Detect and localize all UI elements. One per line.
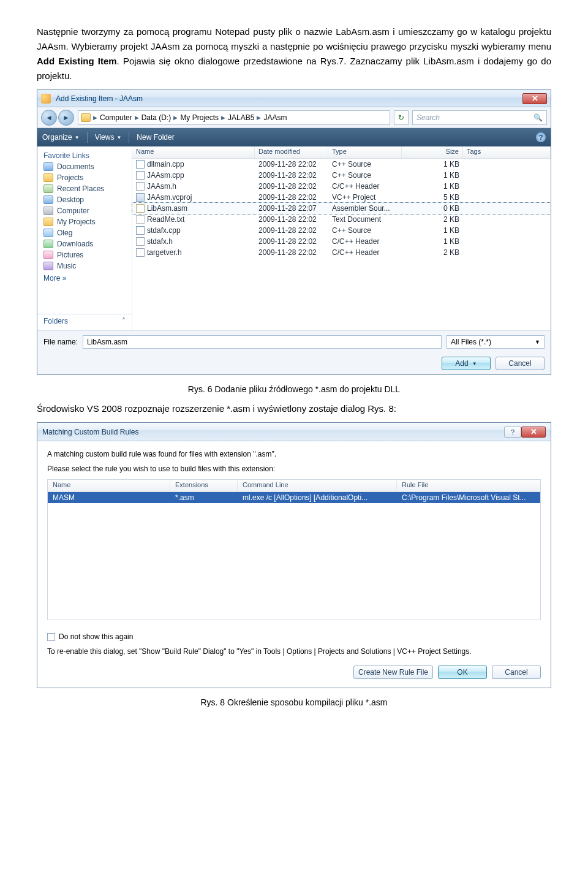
file-row[interactable]: dllmain.cpp2009-11-28 22:02C++ Source1 K… [132, 159, 551, 170]
forward-button[interactable]: ► [58, 110, 74, 126]
col-size[interactable]: Size [402, 146, 463, 158]
favorite-label: Desktop [57, 195, 84, 204]
favorite-link[interactable]: Music [37, 260, 132, 271]
file-type: Text Document [328, 214, 402, 225]
col-name[interactable]: Name [132, 146, 255, 158]
explorer-toolbar: Organize ▼ Views ▼ New Folder ? [37, 128, 551, 146]
file-icon [136, 248, 145, 257]
add-button[interactable]: Add ▼ [442, 357, 491, 370]
crumb-computer[interactable]: Computer [100, 113, 132, 122]
intro-paragraph: Następnie tworzymy za pomocą programu No… [37, 25, 551, 83]
new-folder-button[interactable]: New Folder [137, 133, 174, 142]
search-placeholder: Search [417, 113, 440, 122]
file-date: 2009-11-28 22:02 [255, 236, 328, 247]
refresh-button[interactable]: ↻ [394, 110, 409, 125]
file-type: C++ Source [328, 225, 402, 236]
newfolder-label: New Folder [137, 133, 174, 142]
info-line-2: Please select the rule you wish to use t… [47, 465, 541, 473]
file-date: 2009-11-28 22:02 [255, 159, 328, 170]
col-extensions[interactable]: Extensions [170, 480, 238, 491]
file-row[interactable]: JAAsm.cpp2009-11-28 22:02C++ Source1 KB [132, 170, 551, 181]
file-type: C++ Source [328, 170, 402, 181]
crumb-jaasm[interactable]: JAAsm [263, 113, 287, 122]
filename-input[interactable] [83, 335, 442, 349]
column-headers[interactable]: Name Date modified Type Size Tags [132, 146, 551, 159]
folders-label: Folders [43, 317, 68, 325]
para-2: Środowisko VS 2008 rozpoznaje rozszerzen… [37, 401, 551, 416]
crumb-jalab5[interactable]: JALAB5 [228, 113, 254, 122]
cancel-button[interactable]: Cancel [492, 666, 541, 679]
col-name[interactable]: Name [48, 480, 170, 491]
more-link[interactable]: More » [37, 271, 132, 283]
do-not-show-checkbox[interactable]: Do not show this again [47, 632, 541, 641]
titlebar[interactable]: Matching Custom Build Rules ? ✕ [37, 423, 551, 441]
help-button[interactable]: ? [504, 427, 521, 438]
cancel-button[interactable]: Cancel [496, 357, 545, 370]
col-rulefile[interactable]: Rule File [397, 480, 540, 491]
views-menu[interactable]: Views ▼ [95, 133, 122, 142]
favorite-icon [43, 173, 53, 182]
file-date: 2009-11-28 22:02 [255, 181, 328, 192]
favorite-link[interactable]: Pictures [37, 249, 132, 260]
file-name: JAAsm.h [147, 182, 176, 191]
favorite-link[interactable]: Computer [37, 205, 132, 216]
file-type: C/C++ Header [328, 236, 402, 247]
dialog-buttons: Create New Rule File OK Cancel [47, 666, 541, 679]
chevron-down-icon: ▼ [75, 135, 80, 140]
file-icon [136, 226, 145, 235]
favorite-label: Documents [57, 162, 94, 171]
breadcrumb[interactable]: ▶ Computer▶ Data (D:)▶ My Projects▶ JALA… [78, 110, 390, 125]
file-row[interactable]: ReadMe.txt2009-11-28 22:02Text Document2… [132, 214, 551, 225]
create-rule-button[interactable]: Create New Rule File [353, 666, 433, 679]
col-command[interactable]: Command Line [238, 480, 397, 491]
back-button[interactable]: ◄ [41, 110, 57, 126]
col-date[interactable]: Date modified [255, 146, 328, 158]
favorite-link[interactable]: My Projects [37, 216, 132, 227]
favorite-link[interactable]: Downloads [37, 238, 132, 249]
file-row[interactable]: stdafx.cpp2009-11-28 22:02C++ Source1 KB [132, 225, 551, 236]
crumb-myprojects[interactable]: My Projects [180, 113, 219, 122]
favorite-link[interactable]: Desktop [37, 194, 132, 205]
file-size: 1 KB [402, 159, 463, 170]
chevron-down-icon: ▼ [472, 361, 477, 366]
folders-toggle[interactable]: Folders ˄ [37, 314, 132, 328]
file-type: C/C++ Header [328, 181, 402, 192]
file-row[interactable]: stdafx.h2009-11-28 22:02C/C++ Header1 KB [132, 236, 551, 247]
favorite-link[interactable]: Oleg [37, 227, 132, 238]
file-row[interactable]: JAAsm.h2009-11-28 22:02C/C++ Header1 KB [132, 181, 551, 192]
favorite-link[interactable]: Recent Places [37, 183, 132, 194]
file-date: 2009-11-28 22:02 [255, 225, 328, 236]
titlebar[interactable]: Add Existing Item - JAAsm ✕ [37, 90, 551, 107]
filename-bar: File name: All Files (*.*) ▼ [37, 330, 551, 352]
file-icon [136, 237, 145, 246]
crumb-drive[interactable]: Data (D:) [141, 113, 172, 122]
dialog-buttons: Add ▼ Cancel [37, 352, 551, 374]
chevron-down-icon: ▼ [535, 339, 540, 345]
favorite-link[interactable]: Projects [37, 172, 132, 183]
add-existing-item-dialog: Add Existing Item - JAAsm ✕ ◄ ► ▶ Comput… [37, 89, 551, 375]
favorite-icon [43, 184, 53, 193]
file-list-pane: Name Date modified Type Size Tags dllmai… [132, 146, 551, 330]
close-button[interactable]: ✕ [521, 427, 546, 438]
col-type[interactable]: Type [328, 146, 402, 158]
vs-icon [41, 94, 51, 104]
chevron-up-icon: ˄ [122, 317, 126, 325]
col-tags[interactable]: Tags [463, 146, 551, 158]
favorite-link[interactable]: Documents [37, 161, 132, 172]
build-rules-dialog: Matching Custom Build Rules ? ✕ A matchi… [37, 422, 551, 688]
file-name: ReadMe.txt [147, 215, 184, 224]
file-date: 2009-11-28 22:02 [255, 247, 328, 258]
filter-select[interactable]: All Files (*.*) ▼ [447, 335, 545, 349]
organize-menu[interactable]: Organize ▼ [42, 133, 80, 142]
search-input[interactable]: Search 🔍 [412, 110, 547, 125]
rule-row-masm[interactable]: MASM *.asm ml.exe /c [AllOptions] [Addit… [48, 492, 540, 503]
close-button[interactable]: ✕ [522, 93, 547, 104]
file-row[interactable]: JAAsm.vcproj2009-11-28 22:02VC++ Project… [132, 192, 551, 203]
dialog-title: Add Existing Item - JAAsm [56, 94, 143, 103]
file-row[interactable]: targetver.h2009-11-28 22:02C/C++ Header2… [132, 247, 551, 258]
help-icon[interactable]: ? [536, 132, 546, 142]
file-size: 1 KB [402, 170, 463, 181]
rules-columns[interactable]: Name Extensions Command Line Rule File [48, 480, 540, 492]
ok-button[interactable]: OK [438, 666, 487, 679]
file-row[interactable]: LibAsm.asm2009-11-28 22:07Assembler Sour… [132, 203, 551, 214]
